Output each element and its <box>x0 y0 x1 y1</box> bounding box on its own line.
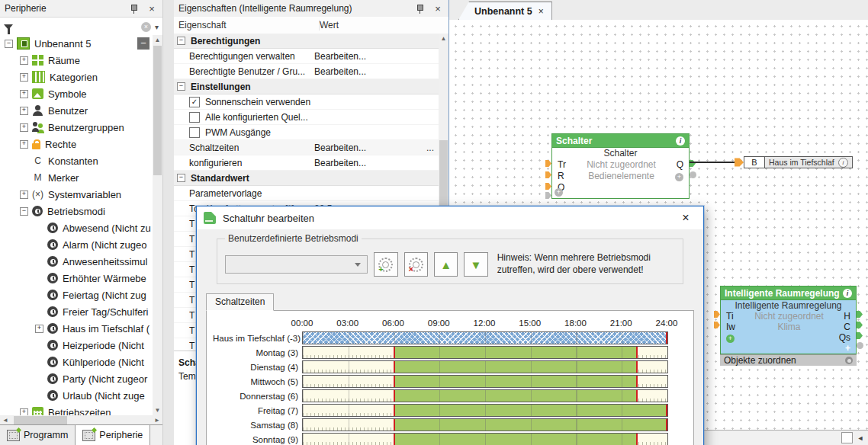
property-row-sonnenschein-verwenden[interactable]: ✓Sonnenschein verwenden <box>174 94 439 110</box>
tree-item-anwesenheitssimul[interactable]: Anwesenheitssimul <box>0 253 153 270</box>
property-group-berechtigungen[interactable]: −Berechtigungen <box>174 34 439 49</box>
segment-start-line[interactable] <box>394 361 395 373</box>
info-icon[interactable]: i <box>838 158 848 168</box>
segment-end-line[interactable] <box>636 390 638 402</box>
segment-end-line[interactable] <box>636 376 638 387</box>
schedule-bar[interactable] <box>302 389 668 402</box>
tree-item-systemvariablen[interactable]: +(×)Systemvariablen <box>0 186 153 203</box>
output-connector-add[interactable] <box>857 342 863 349</box>
tree-expander-icon[interactable]: + <box>20 140 28 149</box>
input-connector[interactable] <box>735 156 744 168</box>
scroll-right-icon[interactable]: ► <box>152 417 162 424</box>
tree-item-kategorien[interactable]: +Kategorien <box>0 69 153 85</box>
property-row-konfigurieren[interactable]: konfigurierenBearbeiten... <box>174 155 439 171</box>
segment-end-line[interactable] <box>636 347 638 358</box>
wire-q-to-bnode[interactable] <box>690 162 735 163</box>
tree-item-unbenannt-5[interactable]: −Unbenannt 5− <box>0 35 153 52</box>
property-row-berechtigungen-verwalten[interactable]: Berechtigungen verwaltenBearbeiten... <box>174 49 439 64</box>
schedule-bar[interactable] <box>302 418 668 431</box>
tree-expander-icon[interactable]: + <box>35 325 43 333</box>
tree-item-rechte[interactable]: +Rechte <box>0 136 153 152</box>
property-value[interactable]: Bearbeiten... <box>314 158 439 168</box>
add-input-icon[interactable]: + <box>726 335 735 343</box>
tree-item-feiertag-nicht-zug[interactable]: Feiertag (Nicht zug <box>0 287 153 303</box>
schedule-bar[interactable] <box>302 404 668 417</box>
segment-start-line[interactable] <box>394 419 395 431</box>
segment-start-line[interactable] <box>394 390 395 402</box>
tree-item-benutzer[interactable]: +Benutzer <box>0 102 153 119</box>
close-icon[interactable]: × <box>538 6 544 17</box>
tree-item-urlaub-nicht-zuge[interactable]: Urlaub (Nicht zuge <box>0 387 153 404</box>
close-icon[interactable]: × <box>432 2 444 14</box>
info-icon[interactable]: i <box>843 289 852 298</box>
schedule-bar[interactable] <box>302 331 668 344</box>
property-group-einstellungen[interactable]: −Einstellungen <box>174 79 439 94</box>
output-connector-c[interactable] <box>857 322 863 328</box>
add-output-icon[interactable]: + <box>834 343 850 354</box>
segment-start-line[interactable] <box>394 347 395 358</box>
segment-end-line[interactable] <box>636 434 638 445</box>
pin-icon[interactable] <box>127 2 140 14</box>
add-betriebsmodus-button[interactable]: + <box>374 252 397 277</box>
property-group-standardwert[interactable]: −Standardwert <box>174 171 439 186</box>
tree-item-merker[interactable]: MMerker <box>0 169 153 186</box>
add-input-icon[interactable]: + <box>555 188 563 197</box>
schedule-bar[interactable] <box>302 346 668 359</box>
bnode-haus-im-tiefschlaf[interactable]: B Haus im Tiefschlaf i <box>735 156 853 168</box>
segment-end-line[interactable] <box>666 405 667 416</box>
schedule-segment[interactable] <box>394 347 638 358</box>
property-row-alle-konfigurierten-quel[interactable]: Alle konfigurierten Quel... <box>174 110 439 125</box>
tree-item-abwesend-nicht-zu[interactable]: Abwesend (Nicht zu <box>0 219 153 236</box>
bottom-tab-programm[interactable]: Programm <box>0 425 76 445</box>
tree-expander-icon[interactable]: + <box>20 123 28 132</box>
block-schalter-header[interactable]: Schalter i <box>551 133 690 147</box>
segment-end-line[interactable] <box>666 419 667 431</box>
input-connector-o[interactable] <box>545 183 551 190</box>
assign-objects-bar[interactable]: Objekte zuordnen <box>720 354 857 366</box>
scroll-down-icon[interactable]: ▼ <box>153 405 162 415</box>
schedule-bar[interactable] <box>302 360 668 373</box>
collapse-group-icon[interactable]: − <box>177 82 185 91</box>
tree-item-party-nicht-zugeor[interactable]: Party (Nicht zugeor <box>0 370 153 387</box>
checkbox-unchecked[interactable] <box>189 127 200 138</box>
segment-start-line[interactable] <box>394 376 395 387</box>
close-icon[interactable]: × <box>675 211 696 225</box>
block-schalter[interactable]: Schalter i Schalter Tr Nicht zugeordnet … <box>551 133 690 199</box>
tree-vertical-scrollbar[interactable]: ▲ ▼ <box>153 35 162 415</box>
assign-objects-icon[interactable] <box>845 357 853 364</box>
tree-item-benutzergruppen[interactable]: +Benutzergruppen <box>0 119 153 136</box>
filter-input[interactable] <box>17 20 137 34</box>
bottom-tab-peripherie[interactable]: Peripherie <box>76 425 150 445</box>
schedule-segment[interactable] <box>394 434 638 445</box>
more-button[interactable]: ... <box>426 142 439 153</box>
tree-item-konstanten[interactable]: CKonstanten <box>0 152 153 169</box>
clear-filter-icon[interactable]: × <box>141 22 151 32</box>
tree-expander-icon[interactable]: − <box>5 40 13 48</box>
input-connector-tr[interactable] <box>545 160 551 167</box>
tree-expander-icon[interactable]: − <box>20 207 28 216</box>
scroll-left-icon[interactable]: ◄ <box>854 432 866 443</box>
delete-betriebsmodus-button[interactable]: × <box>404 252 428 277</box>
schedule-segment[interactable] <box>394 419 668 431</box>
output-connector-add[interactable] <box>690 171 696 178</box>
tree-expander-icon[interactable]: + <box>20 190 28 199</box>
schedule-segment[interactable] <box>394 405 668 416</box>
input-connector-extra[interactable] <box>545 192 551 199</box>
property-value[interactable]: Bearbeiten... <box>314 142 426 153</box>
input-connector-r[interactable] <box>545 171 551 178</box>
segment-end-line[interactable] <box>666 332 667 344</box>
output-connector-h[interactable] <box>857 311 863 318</box>
input-connector-iw[interactable] <box>714 322 720 328</box>
tree-item-betriebszeiten[interactable]: +Betriebszeiten <box>0 404 153 415</box>
tree-expander-icon[interactable]: + <box>20 107 28 115</box>
tree-item-freier-tag-schulferi[interactable]: Freier Tag/Schulferi <box>0 303 153 320</box>
tree-expander-icon[interactable]: + <box>20 56 28 65</box>
tree-item-erh-hter-w-rmebe[interactable]: Erhöhter Wärmebe <box>0 270 153 287</box>
tree-item-alarm-nicht-zugeo[interactable]: Alarm (Nicht zugeo <box>0 236 153 253</box>
tree-item-betriebsmodi[interactable]: −Betriebsmodi <box>0 203 153 219</box>
property-row-berechtigte-benutzer-gru[interactable]: Berechtigte Benutzer / Gru...Bearbeiten.… <box>174 64 439 79</box>
property-value[interactable]: Bearbeiten... <box>314 66 439 77</box>
schedule-segment[interactable] <box>394 361 638 373</box>
pin-icon[interactable] <box>413 2 426 14</box>
property-value[interactable]: Bearbeiten... <box>314 51 439 62</box>
